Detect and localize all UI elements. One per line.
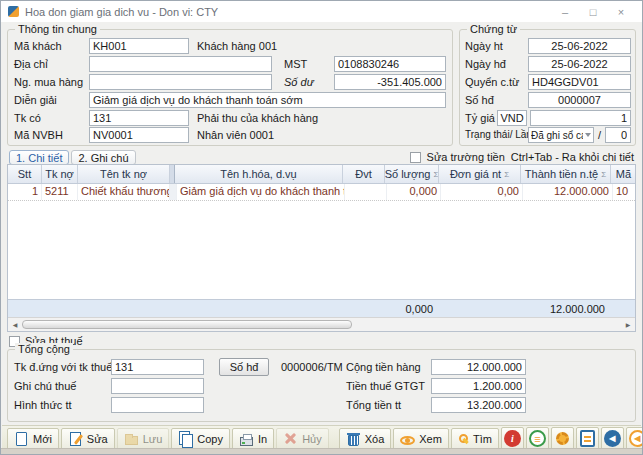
first-arrow-icon: ◀ xyxy=(604,430,621,447)
customer-name-text: Khách hàng 001 xyxy=(197,40,277,52)
settings-button[interactable] xyxy=(551,427,574,450)
payment-method-label: Hình thức tt xyxy=(14,399,72,411)
salesperson-name-text: Nhân viên 0001 xyxy=(197,129,274,141)
status-dropdown[interactable]: Đã ghi sổ cái xyxy=(528,127,594,143)
invoice-number-button[interactable]: Số hđ xyxy=(219,358,269,376)
salesperson-input[interactable] xyxy=(89,127,189,143)
edit-money-field-checkbox[interactable] xyxy=(410,152,421,163)
posting-date-input[interactable] xyxy=(528,38,631,54)
credit-account-input[interactable] xyxy=(89,110,189,126)
customer-code-input[interactable] xyxy=(89,38,189,54)
balance-input[interactable] xyxy=(334,74,446,90)
general-info-group-title: Thông tin chung xyxy=(15,23,100,35)
copy-icon xyxy=(178,431,193,446)
col-ten-tk-no[interactable]: Tên tk nợ xyxy=(78,165,170,183)
total-so-luong: 0,000 xyxy=(382,303,436,315)
balance-label: Số dư xyxy=(284,76,314,88)
tax-note-input[interactable] xyxy=(111,378,204,394)
customer-code-label: Mã khách xyxy=(14,40,62,52)
tax-offset-account-label: Tk đ.ứng với tk thuế xyxy=(14,361,112,373)
sigma-icon: Σ xyxy=(601,170,606,179)
cell-ten-hang-hoa: Giảm giá dịch vụ do khách thanh toán sớm xyxy=(177,184,345,200)
col-stt[interactable]: Stt xyxy=(8,165,42,183)
goods-total-label: Cộng tiền hàng xyxy=(346,361,421,373)
col-don-gia[interactable]: Đơn giá ntΣ xyxy=(439,165,521,183)
list-button[interactable]: ≡ xyxy=(526,427,549,450)
folder-icon xyxy=(125,436,138,445)
book-input[interactable] xyxy=(528,74,631,90)
invoice-number-label: Số hđ xyxy=(465,94,494,106)
grand-total-label: Tổng tiền tt xyxy=(346,399,401,411)
cell-don-gia: 0,00 xyxy=(441,184,523,200)
grid-hint-text: Ctrl+Tab - Ra khỏi chi tiết xyxy=(511,151,634,163)
info-button[interactable]: i xyxy=(501,427,524,450)
cell-ten-tk-no: Chiết khấu thương mại xyxy=(78,184,170,200)
scrollbar-thumb[interactable] xyxy=(22,320,352,329)
titlebar: Hoa don giam gia dich vu - Don vi: CTY –… xyxy=(1,1,642,22)
buyer-input[interactable] xyxy=(89,74,272,90)
goods-total-input[interactable] xyxy=(431,359,526,375)
grid-empty-area[interactable] xyxy=(8,201,635,299)
description-label: Diễn giải xyxy=(14,94,57,106)
new-document-icon xyxy=(16,432,27,446)
exchange-rate-input[interactable] xyxy=(530,110,631,126)
col-ma[interactable]: Mã xyxy=(611,165,636,183)
payment-method-input[interactable] xyxy=(111,397,204,413)
table-row[interactable]: 1 5211 Chiết khấu thương mại Giảm giá dị… xyxy=(8,184,635,201)
search-button[interactable]: Tìm xyxy=(451,428,499,450)
report-icon xyxy=(580,430,595,447)
tab-ghi-chu[interactable]: 2. Ghi chú xyxy=(71,150,135,165)
horizontal-scrollbar[interactable]: ◀ ▶ xyxy=(8,317,635,331)
print-button[interactable]: In xyxy=(232,428,274,450)
edit-pencil-icon xyxy=(70,432,81,446)
first-record-button[interactable]: ◀ xyxy=(601,427,624,450)
minimize-button[interactable]: – xyxy=(551,6,579,18)
totals-group-title: Tổng cộng xyxy=(15,343,73,355)
col-thanh-tien[interactable]: Thành tiền n.tệΣ xyxy=(521,165,611,183)
grand-total-input[interactable] xyxy=(431,397,526,413)
report-button[interactable] xyxy=(576,427,599,450)
print-count-input[interactable] xyxy=(605,127,631,143)
address-input[interactable] xyxy=(89,56,272,72)
cell-dvt xyxy=(345,184,387,200)
col-tk-no[interactable]: Tk nợ xyxy=(42,165,78,183)
new-button[interactable]: Mới xyxy=(7,428,59,450)
book-label: Quyển c.từ xyxy=(465,76,519,88)
printer-icon xyxy=(240,437,253,446)
app-logo-icon xyxy=(8,6,19,17)
copy-button[interactable]: Copy xyxy=(171,428,230,450)
nav-button-group: i ≡ ◀ ◀ ▶ ▶ ? xyxy=(501,427,643,450)
edit-button[interactable]: Sửa xyxy=(61,428,115,450)
scroll-left-icon[interactable]: ◀ xyxy=(10,321,20,328)
detail-grid[interactable]: Stt Tk nợ Tên tk nợ Tên h.hóa, d.vụ Đvt … xyxy=(7,164,636,332)
previous-record-button[interactable]: ◀ xyxy=(626,427,643,450)
salesperson-label: Mã NVBH xyxy=(14,129,63,141)
chevron-down-icon xyxy=(585,133,591,137)
invoice-number-input[interactable] xyxy=(528,92,631,108)
currency-input[interactable] xyxy=(497,110,527,126)
maximize-button[interactable]: □ xyxy=(579,6,607,18)
close-button[interactable]: × xyxy=(607,6,635,18)
edit-money-field-label: Sửa trường tiền xyxy=(427,151,505,163)
col-dvt[interactable]: Đvt xyxy=(343,165,385,183)
invoice-date-input[interactable] xyxy=(528,56,631,72)
delete-button[interactable]: Xóa xyxy=(339,428,392,450)
col-ten-hang-hoa[interactable]: Tên h.hóa, d.vụ xyxy=(175,165,343,183)
info-icon: i xyxy=(504,430,521,447)
sigma-icon: Σ xyxy=(504,170,509,179)
cell-so-luong: 0,000 xyxy=(387,184,441,200)
col-so-luong[interactable]: Số lượngΣ xyxy=(385,165,439,183)
scroll-right-icon[interactable]: ▶ xyxy=(623,321,633,328)
eye-icon xyxy=(400,436,415,445)
vat-input[interactable] xyxy=(431,378,526,394)
buyer-label: Ng. mua hàng xyxy=(14,76,83,88)
total-thanh-tien: 12.000.000 xyxy=(518,303,608,315)
address-label: Địa chỉ xyxy=(14,58,48,70)
description-input[interactable] xyxy=(89,92,446,108)
tax-code-input[interactable] xyxy=(334,56,446,72)
tab-chi-tiet[interactable]: 1. Chi tiết xyxy=(9,150,69,165)
status-strip xyxy=(1,448,642,454)
credit-account-name-text: Phải thu của khách hàng xyxy=(197,112,318,124)
tax-offset-account-input[interactable] xyxy=(111,359,204,375)
view-button[interactable]: Xem xyxy=(393,428,449,450)
